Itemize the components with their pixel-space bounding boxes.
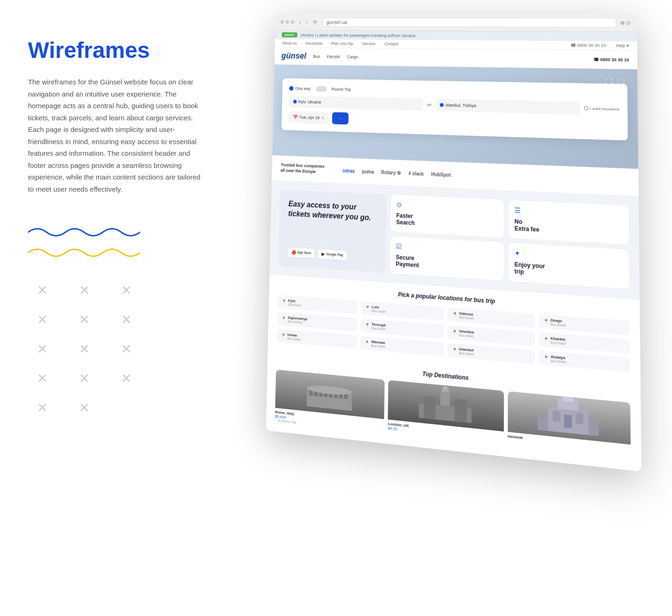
nav-service[interactable]: Service bbox=[362, 42, 376, 46]
x-mark: ✕ bbox=[28, 400, 56, 415]
x-mark: ✕ bbox=[112, 283, 140, 298]
insurance-input[interactable] bbox=[584, 106, 588, 111]
site-logo: günsel bbox=[281, 51, 307, 61]
location-sub: Bus ticket bbox=[288, 303, 301, 307]
list-item[interactable]: 📍 Lviv Bus ticket bbox=[361, 301, 444, 321]
enjoy-trip-title: Enjoy yourtrip bbox=[514, 261, 623, 282]
blue-wave-svg bbox=[28, 223, 140, 242]
feature-enjoy-trip: ✦ Enjoy yourtrip bbox=[509, 243, 630, 289]
pin-icon: 📍 bbox=[365, 340, 370, 345]
browser-back-button[interactable]: ‹ bbox=[297, 18, 302, 26]
round-trip-option[interactable]: Round Trip bbox=[331, 87, 351, 92]
page-description: The wireframes for the Günsel website fo… bbox=[28, 76, 205, 195]
from-field[interactable]: Kyiv, Ukraine bbox=[289, 96, 423, 111]
website-content: News! Ukraine | Latest updates for passe… bbox=[266, 30, 642, 471]
location-sub: Bus ticket bbox=[551, 322, 566, 327]
browser-forward-button[interactable]: › bbox=[304, 18, 309, 26]
one-way-option[interactable]: One way bbox=[289, 86, 311, 91]
swap-icon[interactable]: ⇌ bbox=[427, 101, 432, 108]
list-item[interactable]: Rome, Italy $5,426 ↑ 10 Divine Trip bbox=[275, 369, 385, 435]
news-badge: News! bbox=[282, 32, 297, 37]
x-mark: ✕ bbox=[70, 371, 98, 386]
search-form: One way Round Trip Kyiv, Ukraine bbox=[281, 78, 628, 141]
x-mark: ✕ bbox=[28, 341, 56, 357]
app-store-button[interactable]: 🍎 App Store bbox=[287, 247, 315, 259]
enjoy-feature-icon: ✦ bbox=[514, 249, 623, 263]
browser-refresh-button[interactable]: ⟳ bbox=[311, 18, 319, 26]
feature-faster-search: ⊙ FasterSearch bbox=[391, 195, 504, 238]
search-button[interactable]: → bbox=[332, 112, 349, 125]
secure-feature-icon: ☑ bbox=[396, 242, 498, 256]
one-way-label: One way bbox=[295, 86, 311, 91]
svg-rect-22 bbox=[576, 413, 584, 424]
pin-icon: 📍 bbox=[544, 337, 549, 342]
pin-icon: 📍 bbox=[453, 312, 457, 317]
list-item[interactable]: Helsinki bbox=[508, 391, 631, 462]
pin-icon: 📍 bbox=[544, 319, 549, 324]
google-play-button[interactable]: ▶ Google Play bbox=[318, 249, 348, 261]
help-menu[interactable]: Help ▾ bbox=[616, 43, 629, 48]
from-value: Kyiv, Ukraine bbox=[298, 99, 321, 104]
wave-decoration bbox=[28, 223, 205, 264]
pin-icon: 📍 bbox=[452, 330, 457, 335]
pin-icon: 📍 bbox=[452, 348, 457, 353]
list-item[interactable]: London, UK $4.25 bbox=[388, 380, 504, 448]
nav-parcels[interactable]: Parcels bbox=[327, 54, 340, 59]
list-item[interactable]: 📍 Vinnitsa Bus ticket bbox=[448, 325, 535, 346]
page-container: Wireframes The wireframes for the Günsel… bbox=[0, 0, 672, 616]
x-mark: ✕ bbox=[70, 400, 98, 415]
list-item[interactable]: 📍 Ternopil Bus ticket bbox=[360, 318, 444, 339]
x-mark: ✕ bbox=[70, 312, 98, 327]
list-item[interactable]: 📍 Kharkiv Bus ticket bbox=[539, 332, 630, 353]
x-mark: ✕ bbox=[28, 283, 56, 298]
location-info: Istanbul Bus ticket bbox=[459, 346, 474, 356]
svg-rect-15 bbox=[455, 399, 467, 422]
partner-slack: # slack bbox=[408, 171, 424, 177]
partner-logos: intrax puma Rotary ⚙ # slack HubSpot bbox=[343, 168, 451, 178]
location-info: Ternopil Bus ticket bbox=[371, 322, 386, 331]
list-item[interactable]: 📍 Dnepr Bus ticket bbox=[539, 314, 630, 335]
insurance-checkbox[interactable]: I want insurance bbox=[584, 106, 620, 111]
location-info: Kharkiv Bus ticket bbox=[551, 336, 566, 345]
faster-search-title: FasterSearch bbox=[396, 212, 498, 231]
one-way-radio[interactable] bbox=[289, 86, 294, 91]
window-close-dot bbox=[280, 20, 284, 24]
window-minimize-dot bbox=[286, 20, 289, 24]
left-panel: Wireframes The wireframes for the Günsel… bbox=[0, 0, 233, 616]
to-field[interactable]: Istanbul, Türkiye bbox=[435, 99, 580, 115]
date-field[interactable]: 📅 Tue, Apr 18 ✕ bbox=[288, 111, 329, 124]
nav-cargo[interactable]: Cargo bbox=[347, 54, 358, 59]
list-item[interactable]: 📍 Antalya Bus ticket bbox=[539, 350, 630, 372]
nav-plan[interactable]: Plan you trip bbox=[331, 41, 353, 46]
svg-rect-20 bbox=[566, 401, 571, 410]
list-item[interactable]: 📍 Zaporozhye Bus tickets bbox=[277, 311, 357, 331]
location-info: Antalya Bus ticket bbox=[551, 354, 566, 364]
list-item[interactable]: 📍 Odessa Bus ticket bbox=[448, 307, 534, 328]
no-extra-fee-title: NoExtra fee bbox=[514, 218, 623, 238]
partner-rotary: Rotary ⚙ bbox=[381, 169, 401, 175]
x-mark: ✕ bbox=[28, 312, 56, 327]
x-mark: ✕ bbox=[112, 312, 140, 327]
feature-no-extra-fee: ☰ NoExtra fee bbox=[509, 200, 629, 244]
nav-about[interactable]: About us bbox=[282, 41, 297, 46]
browser-address-bar[interactable] bbox=[322, 18, 616, 28]
svg-rect-13 bbox=[443, 386, 447, 389]
nav-insurance[interactable]: Insurance bbox=[305, 41, 322, 46]
google-play-label: Google Play bbox=[326, 252, 343, 256]
divider bbox=[333, 163, 334, 177]
browser-chrome: ‹ › ⟳ ⊕ ⊙ bbox=[275, 14, 637, 32]
hero-dots-decoration bbox=[605, 79, 628, 88]
list-item[interactable]: 📍 Kyiv Bus ticket bbox=[278, 295, 357, 314]
trip-type-toggle[interactable] bbox=[316, 86, 327, 92]
location-icon bbox=[293, 100, 297, 104]
svg-rect-11 bbox=[441, 390, 450, 406]
location-info: Kyiv Bus ticket bbox=[288, 298, 301, 307]
location-sub: Bus ticket bbox=[287, 337, 301, 341]
list-item[interactable]: 📍 Istanbul Bus ticket bbox=[448, 343, 535, 364]
x-mark: ✕ bbox=[112, 341, 140, 357]
nav-contact[interactable]: Contact bbox=[385, 42, 399, 46]
nav-bus[interactable]: Bus bbox=[313, 54, 320, 59]
svg-rect-21 bbox=[553, 411, 560, 422]
list-item[interactable]: 📍 Uman Bus ticket bbox=[277, 329, 357, 349]
list-item[interactable]: 📍 Warsaw Bus ticket bbox=[360, 335, 444, 356]
